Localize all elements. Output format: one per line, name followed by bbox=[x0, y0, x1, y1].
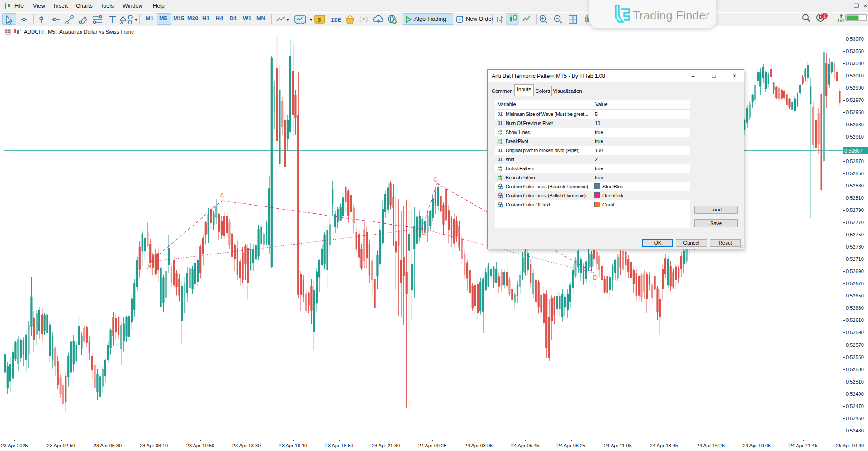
svg-text:X: X bbox=[147, 263, 152, 270]
svg-text:0.52810: 0.52810 bbox=[846, 195, 864, 201]
svg-text:0.52490: 0.52490 bbox=[846, 391, 864, 397]
svg-text:24 Apr 19:05: 24 Apr 19:05 bbox=[743, 443, 771, 448]
svg-text:0.52430: 0.52430 bbox=[846, 428, 864, 433]
svg-text:24 Apr 05:45: 24 Apr 05:45 bbox=[511, 443, 539, 448]
svg-text:23 Apr 18:50: 23 Apr 18:50 bbox=[325, 443, 353, 448]
svg-text:0.52930: 0.52930 bbox=[846, 122, 864, 127]
svg-text:0.53050: 0.53050 bbox=[846, 48, 864, 54]
svg-text:0.52730: 0.52730 bbox=[846, 244, 864, 249]
svg-text:0.52470: 0.52470 bbox=[846, 403, 864, 409]
svg-text:0.52910: 0.52910 bbox=[846, 134, 864, 139]
svg-text:0.52950: 0.52950 bbox=[846, 110, 864, 115]
svg-text:0.52970: 0.52970 bbox=[846, 97, 864, 103]
svg-text:0.53010: 0.53010 bbox=[846, 73, 864, 78]
svg-text:0.52870: 0.52870 bbox=[846, 158, 864, 164]
svg-text:1: 1 bbox=[823, 14, 826, 19]
svg-text:0.53070: 0.53070 bbox=[846, 36, 864, 42]
svg-text:0.52590: 0.52590 bbox=[846, 330, 864, 335]
svg-text:0.52450: 0.52450 bbox=[846, 416, 864, 421]
svg-text:A: A bbox=[220, 192, 224, 199]
svg-text:C: C bbox=[433, 176, 438, 183]
svg-text:0.52630: 0.52630 bbox=[846, 305, 864, 311]
svg-text:LVL: LVL bbox=[838, 19, 844, 23]
svg-text:24 Apr 08:25: 24 Apr 08:25 bbox=[557, 443, 585, 448]
svg-text:23 Apr 10:50: 23 Apr 10:50 bbox=[186, 443, 214, 448]
svg-text:0.52650: 0.52650 bbox=[846, 293, 864, 298]
svg-text:24 Apr 03:05: 24 Apr 03:05 bbox=[465, 443, 493, 448]
svg-text:0.52690: 0.52690 bbox=[846, 269, 864, 274]
svg-text:23 Apr 2025: 23 Apr 2025 bbox=[1, 443, 28, 448]
svg-text:0.52750: 0.52750 bbox=[846, 232, 864, 237]
svg-text:24 Apr 11:05: 24 Apr 11:05 bbox=[604, 443, 632, 448]
svg-text:0.52990: 0.52990 bbox=[846, 85, 864, 91]
svg-text:24 Apr 00:25: 24 Apr 00:25 bbox=[418, 443, 446, 448]
svg-text:24 Apr 13:45: 24 Apr 13:45 bbox=[650, 443, 678, 448]
svg-text:0.52530: 0.52530 bbox=[846, 367, 864, 372]
svg-text:23 Apr 05:30: 23 Apr 05:30 bbox=[94, 443, 122, 448]
svg-text:0.52850: 0.52850 bbox=[846, 171, 864, 176]
svg-text:23 Apr 21:30: 23 Apr 21:30 bbox=[372, 443, 400, 448]
svg-text:B: B bbox=[422, 229, 426, 236]
svg-text:0.52610: 0.52610 bbox=[846, 317, 864, 323]
svg-text:25 Apr 00:40: 25 Apr 00:40 bbox=[836, 443, 864, 448]
svg-text:0.52830: 0.52830 bbox=[846, 183, 864, 188]
svg-text:24 Apr 21:45: 24 Apr 21:45 bbox=[789, 443, 817, 448]
svg-text:24 Apr 16:25: 24 Apr 16:25 bbox=[697, 443, 725, 448]
svg-text:0.52670: 0.52670 bbox=[846, 281, 864, 286]
svg-text:23 Apr 08:10: 23 Apr 08:10 bbox=[140, 443, 168, 448]
svg-text:0.52570: 0.52570 bbox=[846, 342, 864, 348]
svg-text:D: D bbox=[593, 274, 598, 281]
svg-text:23 Apr 16:10: 23 Apr 16:10 bbox=[279, 443, 307, 448]
svg-text:0.52510: 0.52510 bbox=[846, 379, 864, 384]
svg-text:0.52550: 0.52550 bbox=[846, 355, 864, 360]
svg-text:0.52887: 0.52887 bbox=[844, 148, 863, 154]
svg-text:23 Apr 02:50: 23 Apr 02:50 bbox=[47, 443, 75, 448]
svg-text:0.52710: 0.52710 bbox=[846, 256, 864, 262]
svg-text:23 Apr 13:30: 23 Apr 13:30 bbox=[232, 443, 261, 448]
svg-text:0.52790: 0.52790 bbox=[846, 207, 864, 213]
svg-text:0.53030: 0.53030 bbox=[846, 61, 864, 66]
svg-text:0.52770: 0.52770 bbox=[846, 220, 864, 225]
